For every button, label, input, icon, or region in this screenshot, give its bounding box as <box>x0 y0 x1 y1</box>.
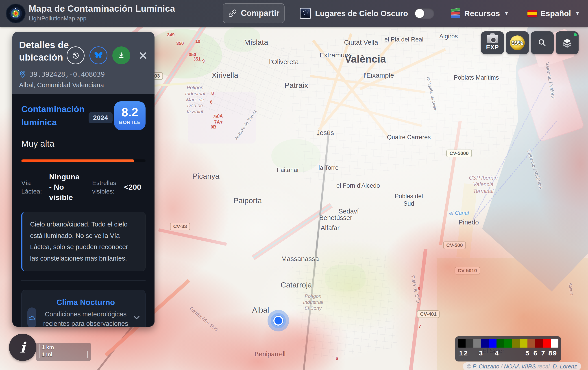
map-label: Quatre Carreres <box>387 134 430 141</box>
close-button[interactable]: ✕ <box>135 48 151 64</box>
map-label: Extramurs <box>320 51 350 59</box>
location-details-panel: Detalles de ubicación <box>12 32 155 327</box>
dark-sky-toggle-group: Lugares de Cielo Oscuro <box>300 0 434 27</box>
road-shield: CV-500 <box>443 242 466 249</box>
legend-swatch <box>551 338 558 348</box>
switch-knob <box>415 9 424 18</box>
road-number-label: 7A <box>214 119 220 125</box>
legend-number: 4 <box>495 349 499 357</box>
avenue <box>328 100 422 127</box>
export-label: EXP <box>486 44 499 51</box>
coordinates-value[interactable]: 39.392428,-0.408039 <box>29 70 105 78</box>
chevron-down-icon[interactable] <box>133 315 140 320</box>
map-pin-icon <box>19 70 26 78</box>
railway <box>303 132 330 370</box>
map-label: Ciutat Vella <box>344 38 378 47</box>
info-button[interactable]: i <box>9 334 36 361</box>
map-label: l'Olivereta <box>269 58 299 66</box>
map-label: Beniparrell <box>254 350 286 358</box>
legend-color-scale <box>458 338 558 348</box>
road-number-label: 9 <box>202 59 205 64</box>
share-label: Compartir <box>241 9 279 18</box>
avenue <box>318 40 395 130</box>
road-number-label: 7 <box>419 324 421 329</box>
layers-button[interactable] <box>556 32 578 54</box>
attribution-part: NOAA VIIRS <box>504 363 536 370</box>
legend-scale-numbers: 123456789 <box>458 348 558 358</box>
close-icon: ✕ <box>138 50 148 62</box>
map-label: Pinedo <box>459 218 479 226</box>
road-shield: CV-5010 <box>455 267 480 275</box>
map-label: Sedaví <box>339 207 359 215</box>
map-label: Alfafar <box>321 224 339 232</box>
attribution-part: P. Cinzano <box>472 363 499 370</box>
legend-number: 7 <box>541 349 545 357</box>
pollution-title: Contaminación lumínica <box>21 103 93 129</box>
road-shield: CV-401 <box>417 310 440 318</box>
avenue <box>317 33 353 136</box>
attribution-part: D. Lorenz <box>553 363 577 370</box>
road-number-label: 8 <box>418 286 420 291</box>
road-number-label: 8 <box>211 91 214 96</box>
coordinates-row: 39.392428,-0.408039 <box>19 70 148 78</box>
page-title: Mapa de Contaminación Lumínica <box>29 4 175 14</box>
map-label: Pista de Silla <box>410 275 421 304</box>
street-grid <box>292 254 399 360</box>
export-button[interactable]: EXP <box>481 32 504 54</box>
attribution-part: / <box>499 363 504 370</box>
road-number-label: 10 <box>195 39 200 44</box>
app-titles: Mapa de Contaminación Lumínica LightPoll… <box>29 4 175 22</box>
app-logo-icon[interactable] <box>6 4 26 23</box>
download-button[interactable] <box>112 46 130 64</box>
avenue <box>312 40 389 137</box>
beach-strip <box>456 183 477 258</box>
map-label: Algirós <box>439 33 458 40</box>
night-weather-card[interactable]: Clima Nocturno Condiciones meteorológica… <box>21 290 146 327</box>
visible-stars-value: <200 <box>124 182 141 192</box>
map-label: la Torre <box>318 164 339 171</box>
legend-swatch <box>489 338 496 348</box>
map-label: Mislata <box>244 38 268 47</box>
map-label: Poblats Marítims <box>454 74 499 81</box>
app-root: MislataCiutat Vellael Pla del RealAlgiró… <box>0 0 588 370</box>
attribution-part: recal. <box>536 363 553 370</box>
year-badge: 2024 <box>89 112 113 123</box>
map-label: CSP Iberian Valencia Terminal <box>469 174 498 194</box>
history-button[interactable] <box>67 46 84 64</box>
map-label: el Forn d'Alcedo <box>336 182 380 190</box>
map-scale-control: 1 km 1 mi <box>36 343 91 361</box>
map-label: Distribuidor Sud <box>188 306 219 333</box>
moon-phase-button[interactable]: 99% <box>506 32 529 54</box>
bluesky-share-button[interactable] <box>89 46 107 64</box>
map-label: Albal <box>252 306 269 315</box>
resources-menu[interactable]: Recursos ▼ <box>450 0 509 27</box>
legend-swatch <box>520 338 527 348</box>
milky-way-label: Vía Láctea: <box>21 179 46 196</box>
info-label: i <box>20 339 25 356</box>
map-label: Patraix <box>284 81 308 90</box>
road-number-label: 0B <box>210 125 216 130</box>
spain-flag-icon <box>527 10 537 17</box>
legend-number: 1 <box>459 349 463 357</box>
road-number-label: 350 <box>176 41 184 46</box>
road-shield: CV-33 <box>170 223 190 230</box>
ferry-route <box>470 121 557 224</box>
share-button[interactable]: Compartir <box>223 3 284 23</box>
map-label: Polígon Industrial El Bony <box>303 293 323 311</box>
search-button[interactable] <box>531 32 554 54</box>
legend-swatch <box>504 338 512 348</box>
legend-swatch <box>496 338 504 348</box>
search-icon <box>537 37 548 48</box>
map-attribution: © P. Cinzano / NOAA VIIRS recal. D. Lore… <box>463 362 581 370</box>
scale-km: 1 km <box>39 344 69 351</box>
location-marker <box>268 310 289 331</box>
map-label: Xirivella <box>211 71 238 80</box>
legend-number: 5 <box>525 349 529 357</box>
legend-number: 3 <box>479 349 483 357</box>
ferry-route <box>471 83 546 222</box>
language-menu[interactable]: Español ▼ <box>527 0 580 27</box>
visible-stars-stat: Estrellas visibles: <200 <box>92 172 141 203</box>
map-label: Autovia de Torent <box>233 109 258 141</box>
park-area <box>148 29 222 78</box>
dark-sky-switch[interactable] <box>414 8 434 19</box>
